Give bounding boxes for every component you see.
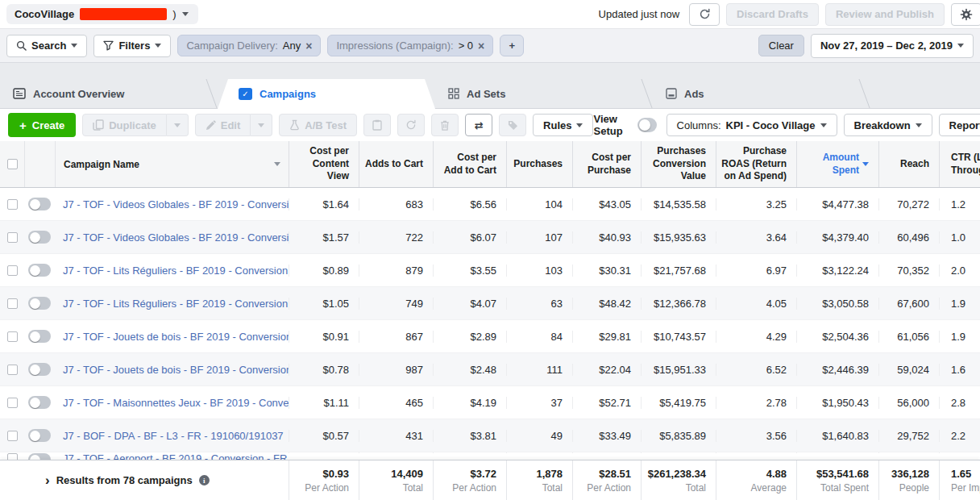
row-toggle-cell xyxy=(24,264,55,277)
campaign-name-link[interactable]: J7 - TOF - Aeroport - BF 2019 - Conversi… xyxy=(63,452,287,460)
columns-button[interactable]: Columns: KPI - Coco Village xyxy=(666,114,837,136)
tag-button[interactable] xyxy=(499,114,526,136)
campaign-active-toggle[interactable] xyxy=(28,453,51,460)
row-toggle-cell xyxy=(24,452,55,460)
remove-filter-icon[interactable]: × xyxy=(478,40,484,52)
tab-ads[interactable]: Ads xyxy=(653,79,870,108)
campaign-name-link[interactable]: J7 - TOF - Videos Globales - BF 2019 - C… xyxy=(63,231,289,244)
metric-cell: $2,504.36 xyxy=(796,331,878,343)
footer-total-cell: 4.88Average xyxy=(716,460,796,500)
edit-dropdown-button[interactable] xyxy=(251,114,272,136)
filters-label: Filters xyxy=(118,40,150,52)
ads-manager-app: CocoVillage ) Updated just now Discard D… xyxy=(0,0,980,500)
clipboard-icon xyxy=(372,119,382,131)
pivot-view-button[interactable]: ⇄ xyxy=(465,114,492,136)
create-button[interactable]: + Create xyxy=(8,113,76,137)
row-checkbox[interactable] xyxy=(7,398,18,408)
column-header-9[interactable]: CTR (Link Click-Through Rate) xyxy=(939,141,980,187)
metric-cell xyxy=(641,452,716,453)
footer-total-value: 336,128 xyxy=(891,468,929,480)
row-checkbox[interactable] xyxy=(7,199,18,210)
footer-total-cell: $3.72Per Action xyxy=(433,460,506,500)
row-checkbox[interactable] xyxy=(7,265,18,276)
filters-button[interactable]: Filters xyxy=(93,35,171,57)
caret-down-icon xyxy=(274,162,280,166)
campaign-active-toggle[interactable] xyxy=(28,264,51,277)
notes-button[interactable] xyxy=(363,114,391,136)
clear-filters-button[interactable]: Clear xyxy=(758,35,804,56)
account-selector[interactable]: CocoVillage ) xyxy=(6,4,198,24)
campaign-name-link[interactable]: J7 - TOF - Videos Globales - BF 2019 - C… xyxy=(63,198,289,210)
row-checkbox[interactable] xyxy=(7,298,18,309)
select-all-checkbox[interactable] xyxy=(7,159,18,169)
metric-cell: 29,752 xyxy=(878,430,939,442)
column-header-6[interactable]: Purchase ROAS (Return on Ad Spend) xyxy=(716,141,796,187)
metric-cell: 103 xyxy=(506,265,572,277)
redacted-account-id xyxy=(80,8,167,20)
column-header-0[interactable]: Cost per Content View xyxy=(289,141,359,187)
date-range-selector[interactable]: Nov 27, 2019 – Dec 2, 2019 xyxy=(811,34,974,58)
delete-button[interactable] xyxy=(431,114,459,136)
tab-campaigns[interactable]: ✓ Campaigns xyxy=(218,79,435,109)
campaign-name-link[interactable]: J7 - TOF - Maisonnettes Jeux - BF 2019 -… xyxy=(63,397,289,409)
tab-ad-sets[interactable]: Ad Sets xyxy=(435,79,653,108)
remove-filter-icon[interactable]: × xyxy=(305,40,312,52)
tab-account-overview[interactable]: Account Overview xyxy=(0,79,218,108)
column-header-3[interactable]: Purchases xyxy=(506,141,572,187)
column-header-5[interactable]: Purchases Conversion Value xyxy=(641,141,716,187)
table-row: J7 - TOF - Jouets de bois - BF 2019 - Co… xyxy=(0,353,980,386)
breakdown-button[interactable]: Breakdown xyxy=(844,114,932,136)
ads-icon xyxy=(666,88,677,99)
campaign-active-toggle[interactable] xyxy=(28,396,51,409)
row-checkbox[interactable] xyxy=(7,365,18,375)
column-header-4[interactable]: Cost per Purchase xyxy=(572,141,641,187)
account-suffix: ) xyxy=(172,8,176,20)
campaign-active-toggle[interactable] xyxy=(28,363,51,376)
expand-results-icon[interactable]: › xyxy=(45,473,50,487)
add-filter-button[interactable]: + xyxy=(500,35,524,56)
metric-cell: 111 xyxy=(506,364,572,376)
metric-cell: $10,743.57 xyxy=(641,331,716,343)
footer-total-cell: $261,238.34Total xyxy=(641,460,716,500)
refresh-button[interactable] xyxy=(689,3,720,26)
view-setup-toggle[interactable] xyxy=(637,118,656,132)
edit-button[interactable]: Edit xyxy=(195,114,251,136)
campaign-active-toggle[interactable] xyxy=(28,330,51,343)
info-icon[interactable]: i xyxy=(199,475,210,485)
row-checkbox[interactable] xyxy=(7,431,18,441)
campaign-name-link[interactable]: J7 - TOF - Lits Réguliers - BF 2019 - Co… xyxy=(63,298,289,310)
review-publish-button[interactable]: Review and Publish xyxy=(825,3,945,26)
campaign-active-toggle[interactable] xyxy=(28,231,51,244)
duplicate-dropdown-button[interactable] xyxy=(167,114,189,136)
column-header-label: Amount Spent xyxy=(802,152,859,177)
rules-button[interactable]: Rules xyxy=(533,114,593,136)
campaign-name-link[interactable]: J7 - TOF - Jouets de bois - BF 2019 - Co… xyxy=(63,331,289,343)
column-header-2[interactable]: Cost per Add to Cart xyxy=(433,141,506,187)
ab-test-button[interactable]: A/B Test xyxy=(279,114,357,136)
duplicate-button[interactable]: Duplicate xyxy=(82,114,167,136)
row-checkbox[interactable] xyxy=(7,331,18,342)
campaign-active-toggle[interactable] xyxy=(28,297,51,310)
filter-chip-impressions[interactable]: Impressions (Campaign): > 0 × xyxy=(327,35,493,56)
campaign-name-cell: J7 - TOF - Videos Globales - BF 2019 - C… xyxy=(55,231,289,244)
campaign-name-cell: J7 - TOF - Maisonnettes Jeux - BF 2019 -… xyxy=(55,397,289,409)
column-header-1[interactable]: Adds to Cart xyxy=(359,141,433,187)
discard-drafts-button[interactable]: Discard Drafts xyxy=(726,3,819,26)
reports-button[interactable]: Reports xyxy=(939,114,980,136)
campaign-name-link[interactable]: J7 - TOF - Lits Réguliers - BF 2019 - Co… xyxy=(63,265,289,277)
campaign-name-link[interactable]: J7 - TOF - Jouets de bois - BF 2019 - Co… xyxy=(63,364,289,376)
edit-button-group: Edit xyxy=(195,114,273,136)
search-button[interactable]: Search xyxy=(6,35,87,57)
filter-chip-campaign-delivery[interactable]: Campaign Delivery: Any × xyxy=(177,35,321,56)
column-header-7[interactable]: Amount Spent xyxy=(796,141,878,187)
campaign-active-toggle[interactable] xyxy=(28,429,51,442)
column-header-8[interactable]: Reach xyxy=(878,141,939,187)
campaign-active-toggle[interactable] xyxy=(28,198,51,210)
history-button[interactable] xyxy=(397,114,425,136)
row-checkbox[interactable] xyxy=(7,453,18,460)
settings-button[interactable] xyxy=(951,3,980,26)
campaign-name-link[interactable]: J7 - BOF - DPA - BF - L3 - FR - 191060/1… xyxy=(63,430,284,442)
column-header-campaign-name[interactable]: Campaign Name xyxy=(55,141,289,187)
duplicate-label: Duplicate xyxy=(109,119,156,131)
row-checkbox[interactable] xyxy=(7,232,18,243)
